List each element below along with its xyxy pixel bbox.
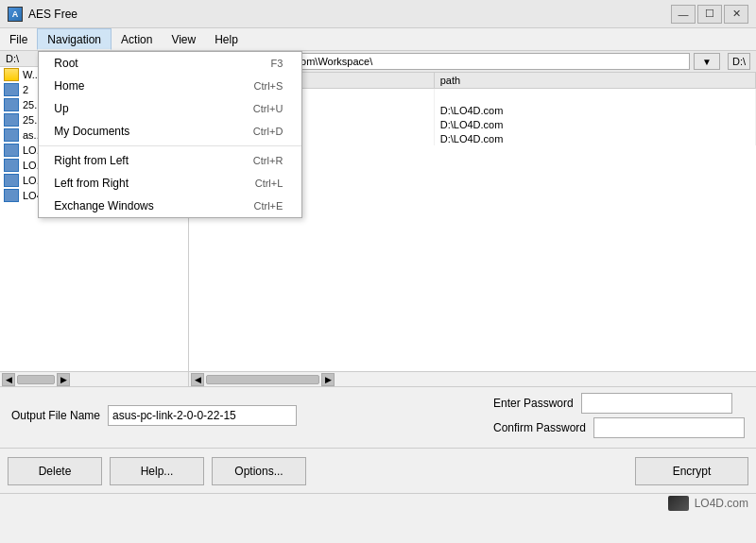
output-file-label: Output File Name — [11, 409, 100, 422]
nav-home[interactable]: Home Ctrl+S — [39, 75, 301, 97]
file-icon — [4, 128, 19, 142]
minimize-button[interactable]: — — [671, 5, 696, 24]
file-icon — [4, 98, 19, 111]
nav-right-from-left[interactable]: Right from Left Ctrl+R — [39, 149, 301, 172]
file-icon — [4, 83, 19, 96]
app-title: AES Free — [28, 8, 671, 21]
confirm-password-input[interactable] — [593, 417, 745, 438]
maximize-button[interactable]: ☐ — [697, 5, 722, 24]
options-button[interactable]: Options... — [212, 457, 306, 485]
file-icon — [4, 174, 19, 187]
delete-button[interactable]: Delete — [8, 457, 102, 485]
button-bar: Delete Help... Options... Encrypt — [0, 448, 756, 493]
window-controls: — ☐ ✕ — [671, 5, 748, 24]
menu-bar: File Navigation Root F3 Home Ctrl+S Up C… — [0, 28, 756, 51]
left-scrollbar[interactable]: ◀ ▶ — [0, 371, 188, 386]
enter-password-label: Enter Password — [493, 397, 574, 410]
nav-left-from-right[interactable]: Left from Right Ctrl+L — [39, 172, 301, 195]
bottom-form: Output File Name Enter Password Confirm … — [0, 386, 756, 448]
enter-password-input[interactable] — [581, 393, 732, 414]
lo4d-text: LO4D.com — [695, 497, 748, 510]
folder-icon — [4, 68, 19, 81]
address-input[interactable] — [248, 53, 690, 70]
scroll-left-btn[interactable]: ◀ — [2, 373, 15, 386]
app-icon: A — [8, 7, 23, 22]
lo4d-watermark: LO4D.com — [668, 496, 748, 511]
navigation-dropdown: Root F3 Home Ctrl+S Up Ctrl+U My Documen… — [38, 51, 302, 218]
password-section: Enter Password Confirm Password — [493, 393, 745, 438]
right-scroll-right-btn[interactable]: ▶ — [321, 373, 335, 386]
nav-root[interactable]: Root F3 — [39, 52, 301, 75]
help-button[interactable]: Help... — [110, 457, 204, 485]
encrypt-button[interactable]: Encrypt — [635, 457, 748, 485]
menu-action[interactable]: Action — [112, 28, 162, 50]
right-scrollbar[interactable]: ◀ ▶ — [189, 371, 756, 386]
address-dropdown-btn[interactable]: ▼ — [694, 53, 720, 70]
nav-up[interactable]: Up Ctrl+U — [39, 97, 301, 120]
file-icon — [4, 144, 19, 157]
confirm-password-row: Confirm Password — [493, 417, 745, 438]
confirm-password-label: Confirm Password — [493, 421, 586, 434]
nav-separator — [39, 145, 301, 146]
drive-label: D:\ — [728, 53, 750, 70]
file-icon — [4, 159, 19, 172]
scroll-right-btn[interactable]: ▶ — [57, 373, 70, 386]
menu-navigation[interactable]: Navigation Root F3 Home Ctrl+S Up Ctrl+U… — [37, 28, 112, 50]
menu-view[interactable]: View — [162, 28, 205, 50]
address-box: ▼ — [248, 53, 720, 70]
file-icon — [4, 113, 19, 127]
nav-exchange-windows[interactable]: Exchange Windows Ctrl+E — [39, 195, 301, 217]
file-icon — [4, 189, 19, 202]
lo4d-logo-icon — [668, 496, 689, 511]
output-file-input[interactable] — [108, 405, 297, 426]
scroll-thumb[interactable] — [17, 375, 55, 384]
menu-help[interactable]: Help — [205, 28, 248, 50]
right-scroll-left-btn[interactable]: ◀ — [191, 373, 204, 386]
col-path: path — [434, 73, 755, 89]
status-bar: LO4D.com — [0, 493, 756, 512]
form-row-filename: Output File Name Enter Password Confirm … — [11, 393, 745, 438]
title-bar: A AES Free — ☐ ✕ — [0, 0, 756, 28]
enter-password-row: Enter Password — [493, 393, 745, 414]
close-button[interactable]: ✕ — [724, 5, 748, 24]
right-scroll-thumb[interactable] — [206, 375, 319, 384]
menu-file[interactable]: File — [0, 28, 37, 50]
nav-my-documents[interactable]: My Documents Ctrl+D — [39, 120, 301, 143]
